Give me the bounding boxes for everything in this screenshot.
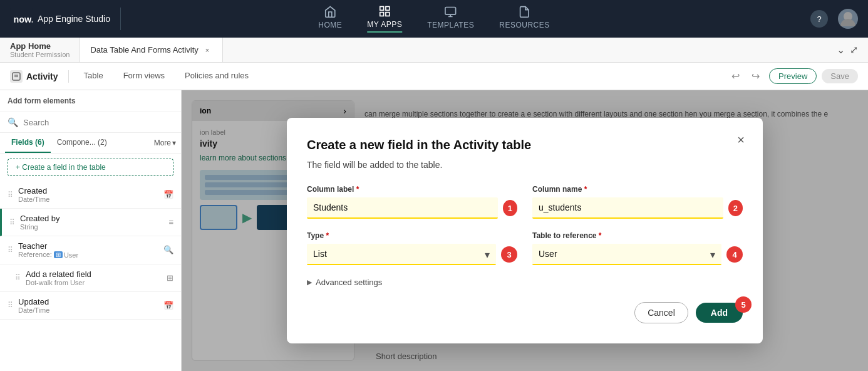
required-star: * [326, 231, 329, 240]
field-info: Add a related field Dot-walk from User [26, 269, 162, 286]
add-form-elements-title: Add form elements [0, 90, 181, 112]
column-label-field: Column label * 1 [307, 185, 517, 219]
left-panel: Add form elements 🔍 Fields (6) Compone..… [0, 90, 182, 371]
nav-my-apps[interactable]: MY APPS [367, 5, 402, 33]
svg-text:now.: now. [13, 14, 33, 24]
step-4-badge: 4 [726, 246, 743, 263]
save-button[interactable]: Save [822, 69, 858, 83]
column-name-input[interactable] [532, 197, 723, 219]
step-3-badge: 3 [501, 246, 517, 263]
list-item: ⠿ Teacher Reference: ⊞ User 🔍 [0, 236, 181, 264]
modal-footer: Cancel Add 5 [307, 302, 743, 323]
modal-close-button[interactable]: × [731, 130, 750, 149]
sub-tab-form-views[interactable]: Form views [113, 63, 175, 90]
advanced-settings-toggle[interactable]: ▶ Advanced settings [307, 278, 743, 287]
svg-rect-6 [445, 8, 456, 15]
panel-tab-fields[interactable]: Fields (6) [5, 133, 51, 153]
cancel-button[interactable]: Cancel [634, 302, 688, 323]
search-icon: 🔍 [8, 117, 18, 127]
field-info: Teacher Reference: ⊞ User [18, 241, 158, 259]
search-bar: 🔍 [0, 112, 181, 133]
lines-icon: ≡ [168, 217, 173, 227]
modal-row-1: Column label * 1 Column name * [307, 185, 743, 219]
required-star: * [584, 185, 587, 194]
sub-tab-table[interactable]: Table [74, 63, 113, 90]
activity-icon [10, 70, 23, 83]
sub-tab-bar: Activity Table Form views Policies and r… [0, 63, 868, 90]
chevron-down-icon: ▾ [172, 138, 176, 147]
drag-handle-icon[interactable]: ⠿ [9, 218, 15, 227]
drag-handle-icon[interactable]: ⠿ [8, 246, 13, 254]
main-content: Add form elements 🔍 Fields (6) Compone..… [0, 90, 868, 371]
list-item: ⠿ Add a related field Dot-walk from User… [0, 264, 181, 292]
type-select[interactable]: List String Integer Reference [307, 244, 496, 265]
calendar-icon: 📅 [163, 190, 173, 199]
top-nav: now. App Engine Studio HOME MY APPS TEMP… [0, 0, 868, 38]
required-star: * [356, 185, 359, 194]
search-input[interactable] [23, 118, 173, 127]
list-item: ⠿ Created by String ≡ [0, 209, 181, 236]
more-dropdown[interactable]: More ▾ [154, 138, 176, 147]
nav-right: ? [810, 9, 858, 29]
svg-rect-5 [386, 13, 390, 16]
table-to-reference-label: Table to reference * [532, 231, 743, 240]
avatar[interactable] [838, 9, 858, 29]
table-icon: ⊞ [167, 273, 173, 283]
nav-home[interactable]: HOME [318, 6, 342, 32]
dropdown-arrow-icon[interactable]: ⌄ [837, 44, 845, 56]
expand-icon[interactable]: ⤢ [850, 44, 858, 56]
undo-redo: ↩ ↪ [726, 68, 764, 85]
sub-tab-right: ↩ ↪ Preview Save [726, 68, 858, 85]
preview-button[interactable]: Preview [769, 68, 817, 84]
field-info: Created Date/Time [18, 186, 158, 203]
help-icon[interactable]: ? [810, 10, 828, 28]
column-label-input[interactable] [307, 197, 498, 219]
activity-label: Activity [10, 70, 69, 83]
undo-button[interactable]: ↩ [726, 68, 744, 85]
redo-button[interactable]: ↪ [747, 68, 764, 85]
modal-subtitle: The field will be added to the table. [307, 160, 743, 170]
list-item: ⠿ Created Date/Time 📅 [0, 181, 181, 209]
svg-rect-2 [380, 7, 384, 11]
drag-handle-icon[interactable]: ⠿ [8, 191, 13, 199]
type-label: Type * [307, 231, 517, 240]
logo: now. App Engine Studio [10, 8, 121, 30]
create-field-modal: × Create a new field in the Activity tab… [287, 118, 763, 343]
panel-tabs-row: Fields (6) Compone... (2) More ▾ [0, 133, 181, 154]
panel-tab-components[interactable]: Compone... (2) [51, 133, 113, 153]
create-field-button[interactable]: + Create a field in the table [8, 159, 173, 176]
svg-rect-3 [386, 7, 390, 11]
drag-handle-icon[interactable]: ⠿ [8, 301, 13, 310]
step-5-badge: 5 [735, 296, 752, 313]
tab-bar-right: ⌄ ⤢ [827, 38, 868, 62]
step-2-badge: 2 [728, 200, 743, 216]
search-icon: 🔍 [163, 245, 173, 254]
sub-tab-policies[interactable]: Policies and rules [175, 63, 259, 90]
modal-overlay: × Create a new field in the Activity tab… [182, 90, 868, 371]
app-engine-title: App Engine Studio [38, 14, 110, 24]
required-star: * [599, 231, 602, 240]
table-to-reference-field: Table to reference * User Group Task [532, 231, 743, 265]
modal-row-2: Type * List String Integer Reference [307, 231, 743, 265]
tab-data-table[interactable]: Data Table And Forms Activity × [80, 38, 222, 62]
close-tab-button[interactable]: × [202, 45, 212, 55]
column-name-field: Column name * 2 [532, 185, 743, 219]
nav-resources[interactable]: RESOURCES [499, 6, 550, 32]
column-name-label: Column name * [532, 185, 743, 194]
modal-title: Create a new field in the Activity table [307, 138, 743, 152]
type-field: Type * List String Integer Reference [307, 231, 517, 265]
list-item: ⠿ Updated Date/Time 📅 [0, 292, 181, 320]
svg-rect-4 [380, 13, 384, 16]
nav-center: HOME MY APPS TEMPLATES RESOURCES [318, 5, 549, 33]
step-1-badge: 1 [503, 200, 517, 216]
arrow-right-icon: ▶ [307, 278, 312, 286]
field-info: Updated Date/Time [18, 297, 158, 314]
tab-app-home[interactable]: App Home Student Permission [0, 38, 80, 62]
tab-bar: App Home Student Permission Data Table A… [0, 38, 868, 63]
calendar-icon: 📅 [163, 301, 173, 310]
table-to-reference-select[interactable]: User Group Task [532, 244, 721, 265]
drag-handle-icon[interactable]: ⠿ [15, 273, 21, 282]
field-info: Created by String [20, 214, 163, 231]
nav-templates[interactable]: TEMPLATES [427, 6, 474, 32]
column-label-label: Column label * [307, 185, 517, 194]
